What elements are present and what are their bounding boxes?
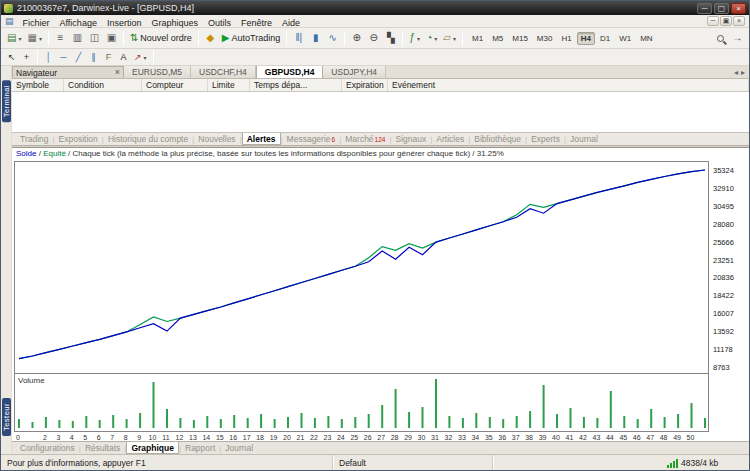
bar-chart-button[interactable]: ‖| xyxy=(290,30,307,47)
terminal-tab-biblioth-que[interactable]: Bibliothèque xyxy=(470,133,525,145)
channel-button[interactable]: ∥ xyxy=(86,50,101,64)
fibonacci-button[interactable]: F xyxy=(101,50,116,64)
volume-bar xyxy=(435,379,437,428)
chart-icon: ▤ xyxy=(5,16,14,26)
horizontal-line-button[interactable]: ─ xyxy=(56,50,71,64)
dropdown-caret-icon[interactable]: ▾ xyxy=(18,35,21,42)
column-header-ev-nement[interactable]: Evénement xyxy=(388,79,749,91)
menu-fen-tre[interactable]: Fenêtre xyxy=(236,18,277,28)
periods-button[interactable]: ◔▾ xyxy=(423,30,440,47)
timeframe-h1[interactable]: H1 xyxy=(557,32,575,45)
zoom-in-button[interactable]: ⊕ xyxy=(348,30,365,47)
tester-tab-graphique[interactable]: Graphique xyxy=(126,442,179,454)
terminal-panel-caption[interactable]: Terminal xyxy=(2,80,11,122)
market-watch-button[interactable]: ≡ xyxy=(52,30,69,47)
timeframe-h4[interactable]: H4 xyxy=(577,32,595,45)
mdi-close-button[interactable]: × xyxy=(733,16,745,26)
maximize-button[interactable]: ▢ xyxy=(714,3,729,14)
forward-button[interactable]: → xyxy=(729,30,746,47)
navigator-close-icon[interactable]: × xyxy=(115,68,120,77)
terminal-tab-march-badge: 124 xyxy=(375,136,386,143)
column-header-condition[interactable]: Condition xyxy=(64,79,142,91)
vertical-line-button[interactable]: │ xyxy=(41,50,56,64)
graph-plot-area[interactable] xyxy=(14,161,709,432)
trendline-button[interactable]: ╱ xyxy=(71,50,86,64)
templates-button[interactable]: ▱▾ xyxy=(440,30,459,47)
dropdown-caret-icon[interactable]: ▾ xyxy=(453,35,456,42)
timeframe-m1[interactable]: M1 xyxy=(468,32,487,45)
column-header-symbole[interactable]: Symbole xyxy=(12,79,64,91)
tester-panel-caption[interactable]: Testeur xyxy=(2,398,11,436)
terminal-tab-alertes[interactable]: Alertes xyxy=(242,133,281,145)
dropdown-caret-icon[interactable]: ▾ xyxy=(144,54,147,61)
terminal-tab-trading[interactable]: Trading xyxy=(16,133,53,145)
menu-outils[interactable]: Outils xyxy=(203,18,236,28)
cursor-button[interactable]: ↖ xyxy=(4,50,19,64)
profiles-button[interactable]: ▦▾ xyxy=(24,30,44,47)
chart-tab-usdjpy-h4[interactable]: USDJPY,H4 xyxy=(323,66,386,78)
timeframe-mn[interactable]: MN xyxy=(636,32,656,45)
zoom-out-button[interactable]: ⊖ xyxy=(365,30,382,47)
terminal-tab-nouvelles[interactable]: Nouvelles xyxy=(194,133,239,145)
alerts-list-empty[interactable] xyxy=(12,92,749,132)
column-header-limite[interactable]: Limite xyxy=(208,79,250,91)
status-profile[interactable]: Default xyxy=(333,455,493,470)
dropdown-caret-icon[interactable]: ▾ xyxy=(39,35,42,42)
text-button[interactable]: A xyxy=(116,50,131,64)
dropdown-caret-icon[interactable]: ▾ xyxy=(417,35,420,42)
search-button[interactable] xyxy=(712,30,729,47)
candlestick-chart-button[interactable]: ▮ xyxy=(307,30,324,47)
menu-affichage[interactable]: Affichage xyxy=(55,18,102,28)
tester-tab-configurations[interactable]: Configurations xyxy=(16,442,79,454)
menu-aide[interactable]: Aide xyxy=(277,18,305,28)
navigator-button[interactable]: ◫ xyxy=(86,30,103,47)
line-chart-button[interactable]: ∿ xyxy=(324,30,341,47)
terminal-tab-signaux[interactable]: Signaux xyxy=(392,133,431,145)
tile-windows-button[interactable]: ▚ xyxy=(382,30,399,47)
chart-tab-eurusd-m5[interactable]: EURUSD,M5 xyxy=(124,66,191,78)
scroll-right-icon[interactable]: ▸ xyxy=(741,68,745,77)
column-header-expiration[interactable]: Expiration xyxy=(342,79,388,91)
chart-tab-usdchf-h4[interactable]: USDCHF,H4 xyxy=(191,66,256,78)
mdi-restore-button[interactable]: ▣ xyxy=(720,16,732,26)
volume-bar xyxy=(179,418,181,428)
arrows-button[interactable]: ↗▾ xyxy=(131,50,150,64)
column-header-compteur[interactable]: Compteur xyxy=(142,79,208,91)
menu-insertion[interactable]: Insertion xyxy=(102,18,147,28)
tester-tab-r-sultats[interactable]: Résultats xyxy=(81,442,124,454)
terminal-tab-experts[interactable]: Experts xyxy=(527,133,564,145)
chart-tab-gbpusd-h4[interactable]: GBPUSD,H4 xyxy=(256,66,324,78)
close-button[interactable]: × xyxy=(731,3,746,14)
menu-fichier[interactable]: Fichier xyxy=(18,18,55,28)
minimize-button[interactable]: ─ xyxy=(697,3,712,14)
terminal-button[interactable]: ▣ xyxy=(103,30,120,47)
timeframe-m30[interactable]: M30 xyxy=(533,32,557,45)
volume-bar xyxy=(247,418,249,428)
tester-tab-journal[interactable]: Journal xyxy=(221,442,257,454)
scroll-left-icon[interactable]: ◂ xyxy=(734,68,738,77)
new-order-button[interactable]: ⇅Nouvel ordre xyxy=(127,30,195,47)
autotrading-button[interactable]: ▶AutoTrading xyxy=(219,30,283,47)
new-chart-button[interactable]: ▤▾ xyxy=(4,30,24,47)
terminal-tab-march[interactable]: Marché124 xyxy=(341,133,389,145)
data-window-button[interactable]: ▥ xyxy=(69,30,86,47)
menu-graphiques[interactable]: Graphiques xyxy=(146,18,203,28)
metaeditor-button[interactable]: ◆ xyxy=(202,30,219,47)
timeframe-w1[interactable]: W1 xyxy=(615,32,635,45)
terminal-tab-exposition[interactable]: Exposition xyxy=(55,133,102,145)
timeframe-d1[interactable]: D1 xyxy=(596,32,614,45)
timeframe-m5[interactable]: M5 xyxy=(488,32,507,45)
indicators-button[interactable]: ƒ▾ xyxy=(406,30,423,47)
dropdown-caret-icon[interactable]: ▾ xyxy=(434,35,437,42)
legend-equite: Equité xyxy=(43,149,66,158)
crosshair-button[interactable]: + xyxy=(19,50,34,64)
terminal-tab-historique-du-compte[interactable]: Historique du compte xyxy=(104,133,192,145)
column-header-temps-d-pa[interactable]: Temps dépa... xyxy=(250,79,342,91)
terminal-tab-articles[interactable]: Articles xyxy=(432,133,468,145)
tester-tab-rapport[interactable]: Rapport xyxy=(181,442,219,454)
navigator-caption-bar[interactable]: Navigateur × xyxy=(12,66,124,78)
terminal-tab-journal[interactable]: Journal xyxy=(566,133,602,145)
mdi-minimize-button[interactable]: ─ xyxy=(707,16,719,26)
terminal-tab-messagerie[interactable]: Messagerie6 xyxy=(283,133,340,145)
timeframe-m15[interactable]: M15 xyxy=(508,32,532,45)
